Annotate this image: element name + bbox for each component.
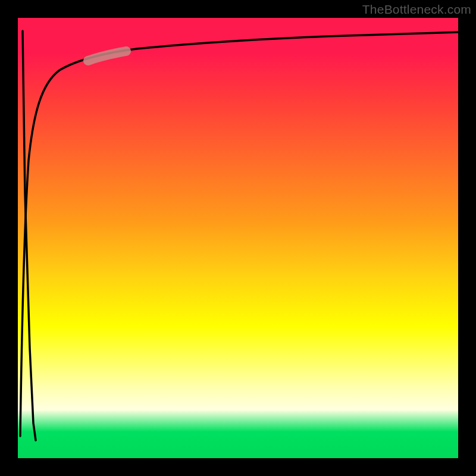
curve-layer — [18, 18, 458, 458]
chart-stage: TheBottleneck.com — [0, 0, 476, 476]
main-curve-path — [20, 32, 458, 436]
plot-area — [18, 18, 458, 458]
highlight-segment — [88, 51, 126, 61]
watermark-text: TheBottleneck.com — [362, 2, 471, 17]
